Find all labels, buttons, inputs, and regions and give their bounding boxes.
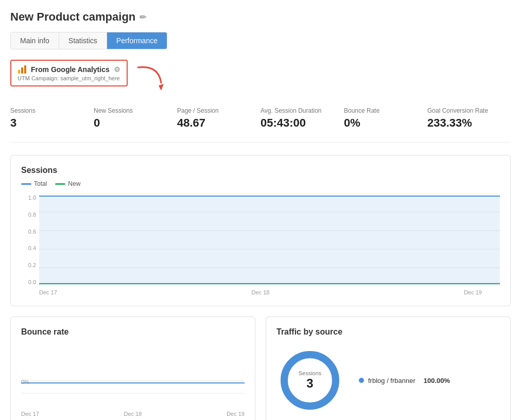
legend-total: Total — [21, 180, 47, 187]
tab-performance[interactable]: Performance — [107, 32, 167, 49]
bounce-x-labels: Dec 17 Dec 18 Dec 19 — [21, 409, 245, 417]
metric-goal-conversion: Goal Conversion Rate 233.33% — [427, 103, 511, 134]
bounce-y-label: 0% — [21, 379, 29, 385]
page-title: New Product campaign ✏ — [10, 10, 511, 24]
tab-main-info[interactable]: Main info — [11, 32, 59, 49]
metric-avg-duration: Avg. Session Duration 05:43:00 — [260, 103, 344, 134]
traffic-chart-card: Traffic by source Sessions 3 frblog / fr… — [266, 317, 511, 420]
traffic-legend: frblog / frbanner 100.00% — [359, 377, 450, 384]
donut-label: Sessions 3 — [299, 370, 322, 391]
y-axis-labels: 1.0 0.8 0.6 0.4 0.2 0.0 — [21, 194, 39, 286]
sessions-svg — [39, 194, 500, 286]
sessions-chart-title: Sessions — [21, 166, 500, 175]
bottom-charts: Bounce rate 0% Dec 17 Dec 18 Dec 19 Traf… — [10, 317, 511, 420]
svg-marker-10 — [39, 196, 500, 285]
metric-new-sessions: New Sessions 0 — [94, 103, 177, 134]
analytics-label: From Google Analytics — [31, 65, 110, 74]
traffic-source-pct: 100.00% — [424, 377, 450, 384]
analytics-source-box: From Google Analytics ⚙ UTM Campaign: sa… — [10, 60, 128, 86]
gear-icon[interactable]: ⚙ — [114, 65, 120, 74]
tabs-container: Main info Statistics Performance — [10, 32, 167, 49]
metric-page-session: Page / Session 48.67 — [177, 103, 260, 134]
bounce-svg — [21, 342, 245, 404]
legend-new-label: New — [68, 180, 80, 187]
metric-sessions: Sessions 3 — [10, 103, 94, 134]
traffic-chart-content: Sessions 3 frblog / frbanner 100.00% — [276, 342, 500, 419]
svg-rect-2 — [24, 65, 26, 74]
google-analytics-icon — [18, 65, 27, 74]
chart-legend: Total New — [21, 180, 500, 187]
svg-marker-3 — [159, 84, 164, 91]
metric-bounce-rate: Bounce Rate 0% — [344, 103, 427, 134]
sessions-svg-container — [39, 194, 500, 286]
bounce-rate-chart-card: Bounce rate 0% Dec 17 Dec 18 Dec 19 — [10, 317, 255, 420]
utm-campaign: UTM Campaign: sample_utm_right_here — [18, 75, 120, 81]
traffic-legend-item: frblog / frbanner 100.00% — [359, 377, 450, 384]
legend-new: New — [55, 180, 80, 187]
traffic-chart-title: Traffic by source — [276, 327, 500, 337]
svg-rect-1 — [21, 67, 23, 74]
tab-statistics[interactable]: Statistics — [59, 32, 107, 49]
legend-total-label: Total — [34, 180, 47, 187]
bounce-chart-area: 0% — [21, 342, 245, 404]
sessions-chart-card: Sessions Total New 1.0 0.8 0.6 0.4 0.2 0… — [10, 155, 511, 306]
edit-icon[interactable]: ✏ — [140, 12, 146, 22]
x-axis-labels: Dec 17 Dec 18 Dec 19 — [21, 286, 500, 295]
donut-chart: Sessions 3 — [276, 347, 343, 414]
title-text: New Product campaign — [10, 10, 135, 24]
arrow-indicator — [133, 62, 169, 92]
metrics-row: Sessions 3 New Sessions 0 Page / Session… — [10, 103, 511, 143]
legend-dot-total — [21, 183, 31, 185]
svg-rect-0 — [18, 70, 20, 74]
legend-dot-new — [55, 183, 65, 185]
traffic-source-label: frblog / frbanner — [368, 377, 415, 384]
traffic-dot — [359, 378, 364, 383]
sessions-chart-area: 1.0 0.8 0.6 0.4 0.2 0.0 — [21, 194, 500, 286]
bounce-rate-title: Bounce rate — [21, 327, 245, 337]
